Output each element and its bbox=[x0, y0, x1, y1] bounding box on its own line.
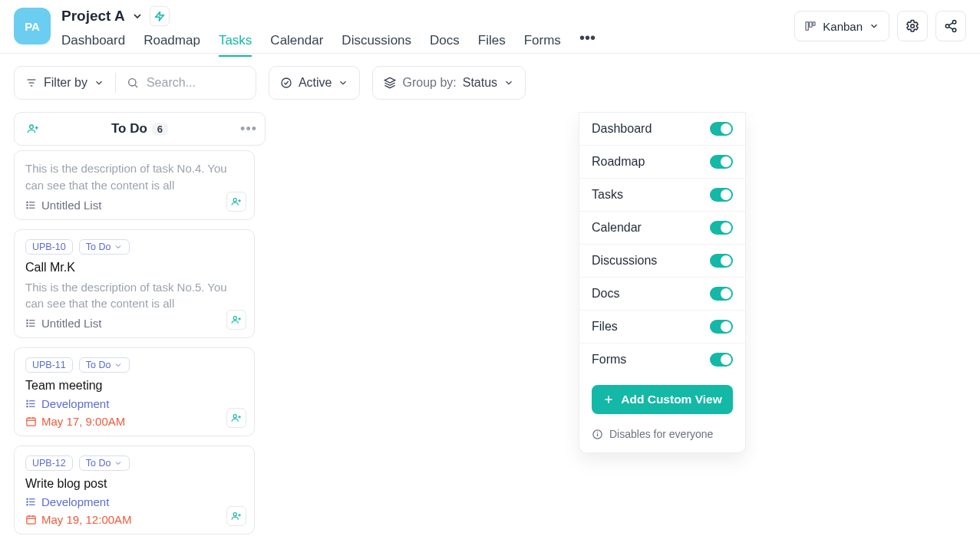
task-card[interactable]: UPB-12To Do Write blog postDevelopmentMa… bbox=[14, 446, 255, 534]
task-date: May 19, 12:00AM bbox=[25, 513, 243, 526]
board-area: To Do 6 ••• This is the description of t… bbox=[0, 112, 980, 559]
settings-button[interactable] bbox=[897, 11, 928, 41]
nav-tab-roadmap[interactable]: Roadmap bbox=[144, 33, 200, 56]
toggle-tasks[interactable] bbox=[710, 188, 733, 202]
task-list[interactable]: Untitled List bbox=[25, 317, 243, 330]
task-id-tag: UPB-11 bbox=[25, 357, 73, 373]
project-avatar[interactable]: PA bbox=[14, 8, 51, 44]
task-status-tag[interactable]: To Do bbox=[79, 239, 130, 255]
filter-label: Filter by bbox=[44, 76, 87, 90]
toggle-discussions[interactable] bbox=[710, 254, 733, 268]
toolbar: Filter by Active Group by: Status bbox=[0, 54, 980, 112]
active-label: Active bbox=[299, 76, 332, 90]
nav-tab-discussions[interactable]: Discussions bbox=[342, 33, 411, 56]
task-list[interactable]: Development bbox=[25, 495, 243, 508]
info-icon bbox=[592, 429, 603, 440]
project-block: Project A DashboardRoadmapTasksCalendarD… bbox=[61, 6, 596, 56]
nav-tab-calendar[interactable]: Calendar bbox=[270, 33, 323, 56]
svg-point-40 bbox=[27, 400, 28, 401]
nav-more-button[interactable]: ••• bbox=[579, 29, 596, 56]
svg-marker-15 bbox=[385, 77, 395, 83]
dropdown-row-tasks: Tasks bbox=[579, 179, 745, 212]
add-custom-view-button[interactable]: Add Custom View bbox=[592, 385, 733, 414]
search-wrapper bbox=[116, 67, 256, 99]
add-member-button[interactable] bbox=[22, 118, 44, 140]
project-title: Project A bbox=[61, 8, 125, 25]
column-count: 6 bbox=[152, 123, 168, 136]
task-date: May 17, 9:00AM bbox=[25, 415, 243, 428]
task-description: This is the description of task No.4. Yo… bbox=[25, 160, 243, 194]
svg-point-24 bbox=[27, 207, 28, 208]
toggle-forms[interactable] bbox=[710, 353, 733, 367]
task-id-tag: UPB-10 bbox=[25, 239, 73, 255]
dropdown-row-dashboard: Dashboard bbox=[579, 113, 745, 146]
task-card[interactable]: UPB-11To Do Team meetingDevelopmentMay 1… bbox=[14, 347, 255, 436]
filter-by-button[interactable]: Filter by bbox=[15, 67, 115, 99]
chevron-down-icon[interactable] bbox=[131, 10, 144, 22]
dropdown-item-label: Docs bbox=[592, 287, 619, 301]
task-list[interactable]: Development bbox=[25, 397, 243, 410]
svg-point-31 bbox=[27, 320, 28, 321]
search-input[interactable] bbox=[145, 75, 245, 90]
task-id-tag: UPB-12 bbox=[25, 455, 73, 471]
svg-point-4 bbox=[952, 21, 956, 25]
svg-rect-56 bbox=[27, 516, 35, 524]
automation-button[interactable] bbox=[150, 6, 170, 26]
svg-point-53 bbox=[27, 498, 28, 499]
share-button[interactable] bbox=[935, 11, 966, 41]
column-menu-button[interactable]: ••• bbox=[240, 121, 257, 137]
task-card[interactable]: This is the description of task No.4. Yo… bbox=[14, 150, 255, 220]
task-status-tag[interactable]: To Do bbox=[79, 357, 130, 373]
svg-point-60 bbox=[233, 513, 236, 516]
active-filter[interactable]: Active bbox=[269, 66, 361, 100]
task-list[interactable]: Untitled List bbox=[25, 199, 243, 212]
svg-point-55 bbox=[27, 505, 28, 505]
task-status-tag[interactable]: To Do bbox=[79, 455, 130, 471]
group-by[interactable]: Group by: Status bbox=[372, 66, 526, 100]
nav-tab-docs[interactable]: Docs bbox=[430, 33, 460, 56]
nav-tab-forms[interactable]: Forms bbox=[524, 33, 561, 56]
assign-button[interactable] bbox=[226, 192, 246, 212]
svg-point-54 bbox=[27, 501, 28, 502]
dropdown-item-label: Dashboard bbox=[592, 122, 652, 136]
svg-point-23 bbox=[27, 204, 28, 205]
nav-tab-dashboard[interactable]: Dashboard bbox=[61, 33, 125, 56]
svg-rect-1 bbox=[810, 22, 812, 28]
nav-tabs: DashboardRoadmapTasksCalendarDiscussions… bbox=[61, 29, 596, 56]
toggle-files[interactable] bbox=[710, 320, 733, 334]
task-description: This is the description of task No.5. Yo… bbox=[25, 279, 243, 313]
nav-tab-files[interactable]: Files bbox=[478, 33, 506, 56]
toggle-roadmap[interactable] bbox=[710, 155, 733, 169]
svg-point-25 bbox=[233, 198, 236, 201]
check-circle-icon bbox=[280, 77, 292, 89]
chevron-down-icon bbox=[94, 77, 104, 88]
footnote-text: Disables for everyone bbox=[609, 428, 713, 440]
dropdown-row-forms: Forms bbox=[579, 344, 745, 376]
kanban-icon bbox=[804, 20, 817, 32]
toggle-docs[interactable] bbox=[710, 287, 733, 301]
dropdown-item-label: Discussions bbox=[592, 254, 657, 268]
assign-button[interactable] bbox=[226, 310, 246, 330]
column-title: To Do bbox=[111, 121, 147, 136]
column-todo: To Do 6 ••• This is the description of t… bbox=[14, 112, 266, 559]
toggle-dashboard[interactable] bbox=[710, 122, 733, 136]
svg-point-16 bbox=[30, 125, 34, 129]
assign-button[interactable] bbox=[226, 506, 246, 526]
group-by-label: Group by: bbox=[402, 76, 456, 90]
nav-tab-tasks[interactable]: Tasks bbox=[219, 33, 252, 56]
nav-visibility-dropdown: DashboardRoadmapTasksCalendarDiscussions… bbox=[579, 112, 746, 453]
svg-point-22 bbox=[27, 202, 28, 202]
plus-icon bbox=[602, 393, 615, 406]
svg-point-33 bbox=[27, 326, 28, 327]
search-icon bbox=[127, 77, 139, 89]
toggle-calendar[interactable] bbox=[710, 221, 733, 235]
dropdown-item-label: Roadmap bbox=[592, 155, 645, 169]
svg-point-12 bbox=[129, 79, 136, 86]
task-title: Write blog post bbox=[25, 477, 243, 491]
dropdown-row-files: Files bbox=[579, 311, 745, 344]
assign-button[interactable] bbox=[226, 408, 246, 428]
gear-icon bbox=[906, 19, 919, 33]
card-list[interactable]: This is the description of task No.4. Yo… bbox=[14, 150, 266, 559]
task-card[interactable]: UPB-10To Do Call Mr.KThis is the descrip… bbox=[14, 229, 255, 339]
view-selector[interactable]: Kanban bbox=[794, 11, 889, 41]
